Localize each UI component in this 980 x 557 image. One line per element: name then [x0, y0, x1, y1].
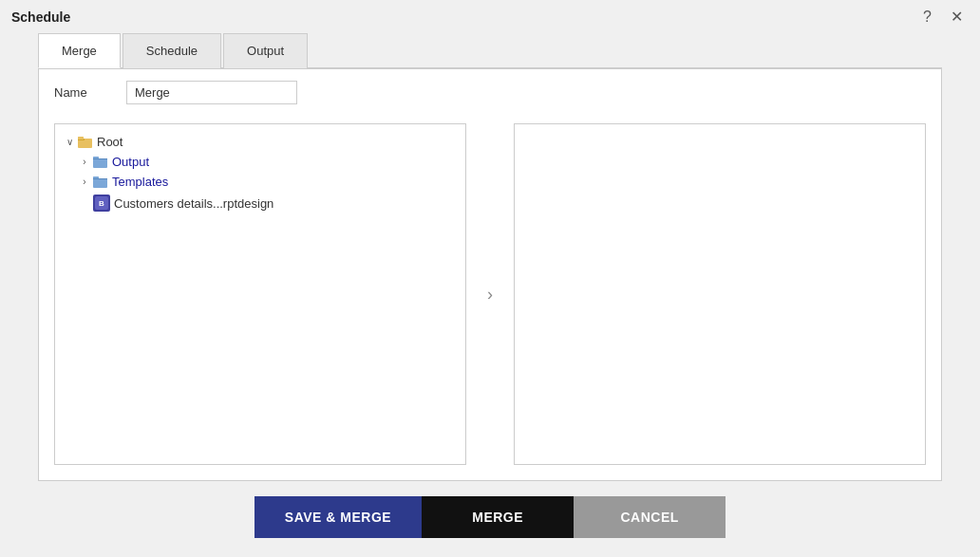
templates-toggle-icon[interactable]: › [78, 176, 91, 189]
svg-rect-2 [78, 137, 84, 139]
output-label: Output [112, 155, 149, 169]
tab-output[interactable]: Output [223, 33, 308, 68]
dialog-body: Merge Schedule Output Name [0, 32, 980, 481]
transfer-arrow-button[interactable]: › [483, 281, 497, 308]
schedule-dialog: Schedule ? ✕ Merge Schedule Output Name [0, 0, 980, 557]
root-label: Root [97, 135, 122, 149]
tab-bar: Merge Schedule Output [38, 32, 942, 68]
panels-area: ∨ Root › [39, 116, 941, 480]
tab-merge[interactable]: Merge [38, 33, 121, 68]
name-row: Name [39, 69, 941, 116]
svg-rect-8 [93, 178, 107, 179]
tree-root[interactable]: ∨ Root [55, 132, 465, 152]
svg-rect-6 [93, 178, 107, 188]
tree-templates-folder[interactable]: › Templates [55, 172, 465, 192]
save-merge-button[interactable]: SAVE & MERGE [254, 496, 422, 538]
cancel-button[interactable]: CANCEL [574, 496, 726, 538]
footer-buttons: SAVE & MERGE MERGE CANCEL [0, 481, 980, 557]
content-panel: Name ∨ [38, 68, 942, 481]
tree-output-folder[interactable]: › Output [55, 152, 465, 172]
root-folder-icon [78, 136, 93, 148]
file-icon: B [93, 195, 110, 212]
title-bar: Schedule ? ✕ [0, 0, 980, 32]
output-toggle-icon[interactable]: › [78, 156, 91, 169]
output-folder-icon [93, 156, 108, 168]
svg-rect-3 [93, 158, 107, 168]
close-button[interactable]: ✕ [945, 8, 969, 27]
tab-schedule[interactable]: Schedule [122, 33, 221, 68]
right-panel [514, 123, 926, 465]
svg-rect-5 [93, 158, 107, 159]
name-input[interactable] [126, 81, 297, 104]
templates-folder-icon [93, 176, 108, 188]
help-button[interactable]: ? [917, 8, 937, 27]
root-toggle-icon[interactable]: ∨ [63, 136, 76, 149]
title-bar-right: ? ✕ [917, 8, 969, 27]
title-bar-left: Schedule [11, 9, 70, 25]
customers-file-label: Customers details...rptdesign [114, 196, 273, 211]
templates-label: Templates [112, 175, 168, 189]
name-label: Name [54, 85, 111, 100]
dialog-title: Schedule [11, 9, 70, 25]
tree-file-customers[interactable]: › B Customers details...rptdesign [55, 192, 465, 214]
transfer-arrow-area: › [466, 123, 514, 465]
merge-button[interactable]: MERGE [422, 496, 574, 538]
file-tree-panel: ∨ Root › [54, 123, 466, 465]
